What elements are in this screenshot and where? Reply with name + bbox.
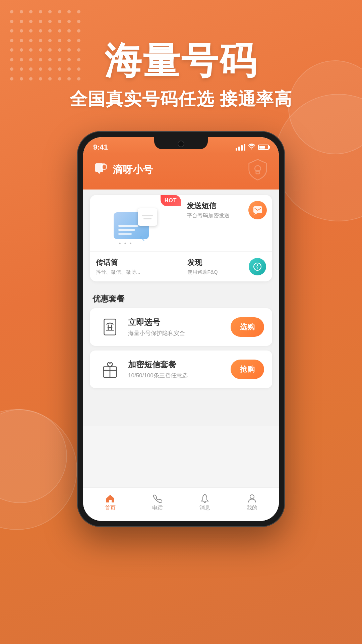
app-logo-icon	[93, 163, 109, 177]
package-info-2: 加密短信套餐 10/50/100条三挡任意选	[128, 359, 225, 379]
discover-desc: 使用帮助F&Q	[187, 269, 218, 275]
section-label: 优惠套餐	[83, 287, 279, 308]
nav-label-phone: 电话	[152, 504, 163, 512]
feature-card: HOT	[90, 195, 272, 281]
battery-icon	[258, 145, 269, 150]
sms-title: 发送短信	[187, 201, 230, 211]
svg-marker-5	[256, 264, 258, 267]
mini-card	[138, 208, 157, 226]
discover-title: 发现	[187, 258, 218, 268]
discover-text: 发现 使用帮助F&Q	[187, 258, 218, 275]
compass-icon	[253, 262, 262, 271]
signal-bar-3	[241, 145, 243, 151]
svg-marker-6	[256, 267, 258, 270]
gift-icon	[100, 359, 120, 379]
camera-dot	[178, 141, 184, 147]
walkie-desc: 抖音、微信、微博...	[96, 269, 175, 275]
sms-text-area: 发送短信 平台号码加密发送	[187, 201, 230, 219]
discover-icon	[249, 258, 266, 275]
phone-screen: 9:41	[83, 137, 279, 521]
feature-item-sms[interactable]: 发送短信 平台号码加密发送	[181, 195, 273, 251]
app-icon-logo	[93, 163, 109, 177]
package-icon-1	[98, 315, 122, 339]
bottom-nav: 首页 电话 消息	[83, 487, 279, 521]
status-time: 9:41	[93, 143, 108, 152]
package-btn-1[interactable]: 选购	[231, 317, 264, 337]
feature-item-walkie[interactable]: 传话筒 抖音、微信、微博...	[90, 252, 181, 281]
home-icon	[105, 494, 115, 503]
header-section: 海量号码 全国真实号码任选 接通率高	[0, 0, 362, 111]
shield-icon	[246, 158, 269, 181]
nav-item-home[interactable]: 首页	[86, 494, 134, 512]
walkie-title: 传话筒	[96, 258, 175, 268]
signal-bar-4	[244, 144, 245, 151]
package-name-2: 加密短信套餐	[128, 359, 225, 370]
envelope-illustration: ↖ • • •	[114, 208, 157, 245]
sms-feature-icon	[248, 201, 267, 219]
nav-label-message: 消息	[199, 504, 210, 512]
phone-call-icon	[153, 494, 162, 503]
phone-frame: 9:41	[77, 131, 285, 527]
package-card-1[interactable]: 立即选号 海量小号保护隐私安全 选购	[90, 308, 272, 346]
package-desc-1: 海量小号保护隐私安全	[128, 329, 225, 337]
wifi-icon	[248, 144, 255, 151]
nav-label-home: 首页	[105, 504, 116, 512]
sms-feature-row: 发送短信 平台号码加密发送	[187, 201, 267, 219]
signal-bar-2	[238, 147, 240, 151]
bell-icon	[200, 494, 209, 503]
app-logo-area: 滴呀小号	[93, 163, 153, 177]
package-name-1: 立即选号	[128, 317, 225, 328]
message-icon	[253, 206, 263, 215]
app-content: HOT	[83, 190, 279, 426]
package-desc-2: 10/50/100条三挡任意选	[128, 372, 225, 379]
nav-item-message[interactable]: 消息	[181, 494, 228, 512]
package-icon-2	[98, 357, 122, 381]
app-name: 滴呀小号	[113, 163, 153, 177]
package-card-2[interactable]: 加密短信套餐 10/50/100条三挡任意选 抢购	[90, 351, 272, 388]
app-header: 滴呀小号	[83, 154, 279, 190]
user-icon	[247, 494, 257, 503]
package-info-1: 立即选号 海量小号保护隐私安全	[128, 317, 225, 337]
hot-badge: HOT	[161, 195, 181, 206]
sub-title: 全国真实号码任选 接通率高	[0, 88, 362, 111]
svg-point-10	[250, 495, 254, 499]
nav-item-profile[interactable]: 我的	[228, 494, 276, 512]
feature-item-envelope[interactable]: HOT	[90, 195, 181, 251]
envelope-lines	[118, 225, 138, 235]
phone-notch	[154, 137, 208, 149]
cursor-arrow-icon: ↖	[139, 234, 145, 243]
status-icons	[236, 144, 269, 151]
signal-bar-1	[236, 148, 237, 151]
nav-item-phone[interactable]: 电话	[134, 494, 181, 512]
dots-indicator: • • •	[119, 240, 133, 247]
signal-bars-icon	[236, 144, 245, 151]
feature-top-row: HOT	[90, 195, 272, 252]
phone-mockup-wrapper: 9:41	[0, 131, 362, 527]
battery-fill	[259, 146, 265, 149]
package-btn-2[interactable]: 抢购	[231, 360, 264, 379]
feature-bottom-row: 传话筒 抖音、微信、微博... 发现 使用帮助F&Q	[90, 252, 272, 281]
nav-label-profile: 我的	[247, 504, 257, 512]
svg-rect-3	[253, 206, 262, 213]
feature-item-discover[interactable]: 发现 使用帮助F&Q	[181, 252, 273, 281]
main-title: 海量号码	[0, 40, 362, 81]
sms-desc: 平台号码加密发送	[187, 212, 230, 219]
phone-number-icon	[100, 317, 120, 337]
